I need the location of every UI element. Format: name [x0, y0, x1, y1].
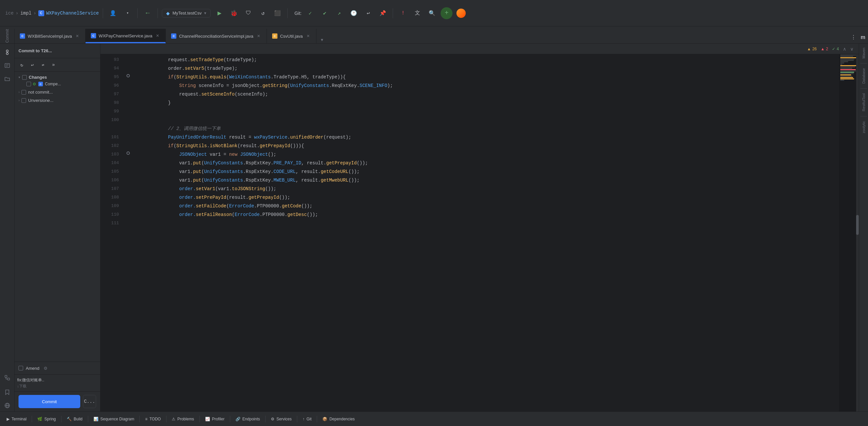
more-btn[interactable]: » [49, 60, 58, 69]
maven-label[interactable]: m [861, 34, 865, 40]
tab-wxbill[interactable]: C WXBillServiceImpl.java ✕ [14, 29, 86, 43]
gm-105 [124, 166, 132, 175]
sidebar-item-git[interactable] [1, 46, 13, 58]
endpoints-icon: 🔗 [236, 417, 241, 421]
changes-item-1[interactable]: C Compe... [14, 81, 100, 87]
breakpoint-103[interactable] [126, 151, 130, 155]
line-100 [132, 116, 839, 124]
bottom-tab-terminal[interactable]: ▶ Terminal [3, 416, 30, 423]
bottom-tab-services[interactable]: ⚙ Services [267, 416, 296, 423]
translate-btn[interactable]: 文 [411, 7, 424, 19]
changes-tree-header[interactable]: ▾ Changes [14, 74, 100, 81]
bottom-tab-git[interactable]: ↑ Git [299, 416, 315, 423]
problems-label: Problems [177, 417, 194, 421]
ln-104: 104 [103, 159, 122, 167]
item1-checkbox[interactable] [26, 82, 31, 86]
tab-more-btn[interactable]: ⋮ [847, 31, 860, 43]
unversioned-checkbox[interactable] [22, 98, 26, 103]
commit-button[interactable]: Commit [19, 395, 80, 408]
git-history-btn[interactable]: 🕐 [348, 7, 360, 19]
changes-tree: ▾ Changes C Compe... › not commit... [14, 72, 100, 362]
git-check-btn[interactable]: ✓ [304, 7, 316, 19]
sidebar-restfultool[interactable]: RestfulTool [860, 91, 867, 114]
bottom-tab-todo[interactable]: ≡ TODO [141, 416, 164, 423]
scroll-down-btn[interactable]: ∨ [850, 46, 854, 52]
scroll-up-btn[interactable]: ∧ [843, 46, 846, 52]
sidebar-maven[interactable]: Maven [860, 45, 867, 61]
debug-btn[interactable]: 🐞 [228, 7, 240, 19]
tab-csvutil[interactable]: C CsvUtil.java ✕ [267, 29, 316, 43]
sidebar-item-folder[interactable] [1, 73, 13, 85]
ln-98: 98 [103, 98, 122, 107]
breakpoint-95[interactable] [126, 74, 130, 77]
rollback-btn[interactable]: ↩ [28, 60, 37, 69]
git-check2-btn[interactable]: ✔ [319, 7, 331, 19]
tab-wxbill-close[interactable]: ✕ [75, 33, 80, 39]
sidebar-item-web[interactable] [1, 400, 13, 411]
item1-icon: C [38, 82, 43, 86]
search-btn[interactable]: 🔍 [426, 7, 438, 19]
avatar-btn[interactable] [455, 7, 467, 19]
add-btn[interactable]: + [441, 7, 453, 19]
tab-channel-close[interactable]: ✕ [256, 33, 261, 39]
gm-111 [124, 218, 132, 226]
unversioned-chevron: › [19, 98, 20, 102]
problems-icon: ⚠ [172, 417, 175, 421]
tab-channel[interactable]: C ChannelReconciliationServiceImpl.java … [166, 29, 267, 43]
refresh-run-btn[interactable]: ↺ [257, 7, 269, 19]
coverage-btn[interactable]: 🛡 [242, 7, 254, 19]
tab-csvutil-label: CsvUtil.java [280, 34, 303, 39]
git-revert-btn[interactable]: ↩ [362, 7, 374, 19]
commit-tab-label[interactable]: Commit [5, 29, 9, 42]
unversioned-header[interactable]: › Unversione... [14, 97, 100, 104]
line-105: var1.put(UnifyConstants.RspExtKey.CODE_U… [132, 167, 839, 176]
shelve-btn[interactable]: ⇌ [38, 60, 48, 69]
user-btn[interactable]: 👤 [107, 7, 119, 19]
sidebar-item-structure[interactable] [1, 372, 13, 384]
error-count: 2 [826, 47, 828, 51]
code-lines: request.setTradeType(tradeType); order.s… [132, 54, 839, 411]
editor-warnings: ▲ 26 ▲ 2 ✓ 4 ∧ ∨ [100, 44, 859, 54]
sidebar-database[interactable]: Database [860, 65, 867, 86]
run-btn[interactable]: ▶ [213, 7, 225, 19]
tab-wxpay-close[interactable]: ✕ [155, 33, 160, 38]
bottom-tab-build[interactable]: 🔨 Build [63, 416, 87, 423]
ln-101b: 101 [103, 133, 122, 142]
stop-btn[interactable]: ⬛ [272, 7, 283, 19]
code-content: 93 94 95 96 97 98 99 100 101 102 103 104… [100, 54, 859, 411]
bottom-tab-profiler[interactable]: 📈 Profiler [201, 416, 228, 423]
bottom-tab-spring[interactable]: 🌿 Spring [33, 416, 60, 423]
sidebar-item-bookmarks[interactable] [1, 386, 13, 398]
warning-icon: ▲ [807, 47, 811, 51]
tabs-overflow[interactable]: ▾ [316, 36, 328, 43]
git-shelf-btn[interactable]: 📌 [377, 7, 389, 19]
refresh-btn[interactable]: ↻ [17, 60, 26, 69]
run-config[interactable]: ◆ MyTest.testCsv ▾ [162, 9, 211, 18]
bottom-tab-endpoints[interactable]: 🔗 Endpoints [231, 416, 264, 423]
commit-alt-btn[interactable]: C... [83, 395, 96, 408]
ln-99: 99 [103, 107, 122, 116]
bottom-tab-dependencies[interactable]: 📦 Dependencies [318, 416, 359, 423]
git-icon: ↑ [303, 417, 305, 421]
not-committed-checkbox[interactable] [22, 90, 26, 94]
changes-chevron: ▾ [19, 76, 20, 79]
sidebar-zoolytic[interactable]: zoolytic [860, 118, 867, 136]
bottom-tab-problems[interactable]: ⚠ Problems [168, 416, 198, 423]
sidebar-item-project[interactable] [1, 60, 13, 72]
commit-panel: Commit to T26... ↻ ↩ ⇌ » ▾ Changes C Com… [14, 44, 100, 411]
tab-csvutil-close[interactable]: ✕ [306, 33, 311, 39]
sequence-icon: 📊 [93, 417, 98, 421]
line-108: order.setPrePayId(result.getPrepayId()); [132, 193, 839, 202]
arrow-left-btn[interactable]: ← [142, 7, 154, 19]
gm-106 [124, 175, 132, 183]
tab-channel-label: ChannelReconciliationServiceImpl.java [179, 34, 253, 39]
changes-checkbox[interactable] [22, 75, 27, 80]
git-diff-btn[interactable]: ! [397, 7, 409, 19]
chevron-down-btn[interactable]: ▾ [122, 7, 133, 19]
amend-checkbox[interactable] [19, 366, 23, 370]
git-push-btn[interactable]: ↗ [333, 7, 345, 19]
bottom-tab-sequence[interactable]: 📊 Sequence Diagram [90, 416, 138, 423]
tab-wxpay[interactable]: C WXPayChannelService.java ✕ [86, 29, 166, 43]
not-committed-header[interactable]: › not commit... [14, 89, 100, 95]
amend-gear-btn[interactable]: ⚙ [42, 365, 49, 372]
